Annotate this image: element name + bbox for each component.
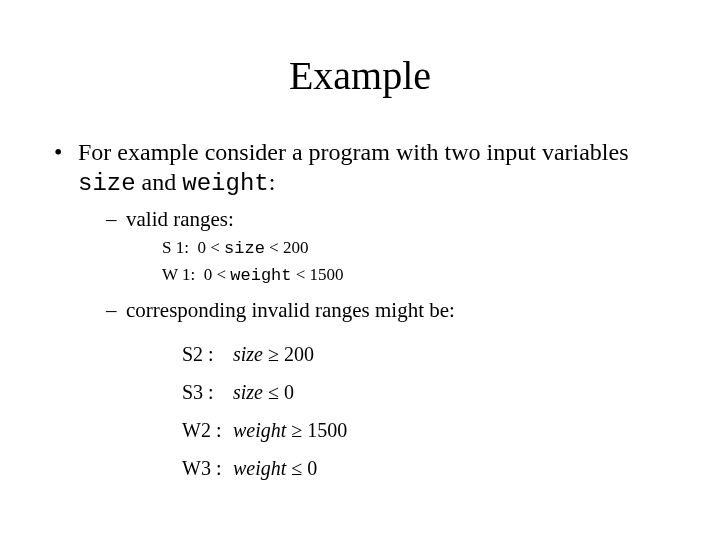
range-w2: W2 : weight ≥ 1500 <box>182 411 666 449</box>
s2-label: S2 : <box>182 335 228 373</box>
slide-body: For example consider a program with two … <box>0 137 720 487</box>
w2-rel: ≥ 1500 <box>286 419 347 441</box>
range-w3: W3 : weight ≤ 0 <box>182 449 666 487</box>
sub-bullet-list: valid ranges: S 1: 0 < size < 200 W 1: 0… <box>78 205 666 487</box>
bullet1-code-size: size <box>78 170 136 197</box>
bullet-item-1: For example consider a program with two … <box>54 137 666 487</box>
bullet1-text-pre: For example consider a program with two … <box>78 139 629 165</box>
sub2-text: corresponding invalid ranges might be: <box>126 298 455 322</box>
invalid-ranges-block: S2 : size ≥ 200 S3 : size ≤ 0 W2 : weigh… <box>126 325 666 487</box>
w1-code: weight <box>230 266 291 285</box>
s1-a: 0 < <box>197 238 224 257</box>
sub-bullet-invalid: corresponding invalid ranges might be: S… <box>106 296 666 486</box>
w2-label: W2 : <box>182 411 228 449</box>
w1-b: < 1500 <box>292 265 344 284</box>
w3-var: weight <box>233 457 286 479</box>
s1-b: < 200 <box>265 238 309 257</box>
bullet1-code-weight: weight <box>182 170 268 197</box>
slide: Example For example consider a program w… <box>0 52 720 540</box>
s3-var: size <box>233 381 263 403</box>
w1-label: W 1: <box>162 265 195 284</box>
s3-rel: ≤ 0 <box>263 381 294 403</box>
range-s2: S2 : size ≥ 200 <box>182 335 666 373</box>
s1-label: S 1: <box>162 238 189 257</box>
bullet1-text-mid: and <box>136 169 183 195</box>
range-s1: S 1: 0 < size < 200 <box>162 235 666 262</box>
w3-rel: ≤ 0 <box>286 457 317 479</box>
sub-bullet-valid: valid ranges: S 1: 0 < size < 200 W 1: 0… <box>106 205 666 294</box>
sub1-text: valid ranges: <box>126 207 234 231</box>
range-s3: S3 : size ≤ 0 <box>182 373 666 411</box>
bullet-list: For example consider a program with two … <box>54 137 666 487</box>
s2-var: size <box>233 343 263 365</box>
s3-label: S3 : <box>182 373 228 411</box>
s2-rel: ≥ 200 <box>263 343 314 365</box>
bullet1-text-post: : <box>269 169 276 195</box>
valid-ranges-block: S 1: 0 < size < 200 W 1: 0 < weight < 15… <box>126 233 666 294</box>
s1-code: size <box>224 239 265 258</box>
w3-label: W3 : <box>182 449 228 487</box>
slide-title: Example <box>0 52 720 99</box>
w2-var: weight <box>233 419 286 441</box>
range-w1: W 1: 0 < weight < 1500 <box>162 262 666 289</box>
w1-a: 0 < <box>204 265 231 284</box>
